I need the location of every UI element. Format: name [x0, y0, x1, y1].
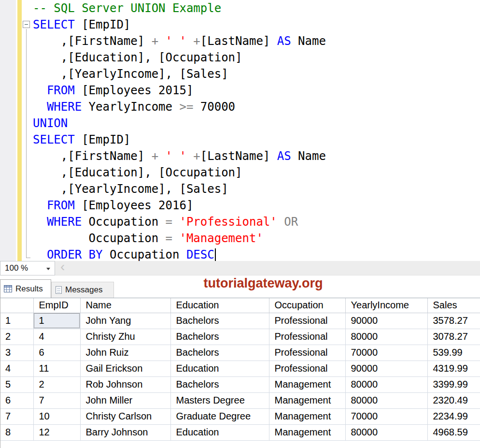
- column-header-EmpID[interactable]: EmpID: [33, 298, 80, 313]
- grid-cell[interactable]: 2: [33, 376, 80, 392]
- row-number[interactable]: 3: [0, 345, 33, 361]
- code-line[interactable]: WHERE YearlyIncome >= 70000: [33, 99, 326, 115]
- grid-cell[interactable]: Gail Erickson: [80, 361, 170, 376]
- sql-editor[interactable]: -- SQL Server UNION ExampleSELECT [EmpID…: [0, 0, 480, 261]
- code-line[interactable]: ORDER BY Occupation DESC: [33, 246, 326, 261]
- grid-cell[interactable]: 4319.99: [427, 361, 480, 376]
- grid-cell[interactable]: 10: [33, 408, 80, 424]
- grid-cell[interactable]: 3399.99: [427, 376, 480, 392]
- code-line[interactable]: WHERE Occupation = 'Professional' OR: [33, 214, 326, 230]
- grid-cell[interactable]: 11: [33, 361, 80, 376]
- results-grid[interactable]: EmpIDNameEducationOccupationYearlyIncome…: [0, 298, 480, 448]
- code-token: [33, 215, 47, 229]
- code-line[interactable]: Occupation = 'Management': [33, 230, 326, 246]
- messages-doc-icon: [56, 286, 62, 294]
- grid-cell[interactable]: 70000: [345, 408, 427, 424]
- code-text[interactable]: -- SQL Server UNION ExampleSELECT [EmpID…: [33, 0, 326, 261]
- tab-messages[interactable]: Messages: [51, 282, 114, 298]
- grid-cell[interactable]: Management: [269, 392, 345, 408]
- grid-cell[interactable]: Management: [269, 424, 345, 440]
- tab-results[interactable]: Results: [0, 279, 51, 298]
- grid-cell[interactable]: Barry Johnson: [80, 424, 170, 440]
- code-line[interactable]: ,[FirstName] + ' ' +[LastName] AS Name: [33, 148, 326, 164]
- grid-cell[interactable]: 90000: [345, 361, 427, 376]
- code-line[interactable]: ,[YearlyIncome], [Sales]: [33, 66, 326, 82]
- grid-cell[interactable]: Bachelors: [170, 345, 269, 361]
- grid-cell[interactable]: 3578.27: [427, 313, 480, 329]
- column-header-Sales[interactable]: Sales: [427, 298, 480, 313]
- grid-cell[interactable]: Christy Carlson: [80, 408, 170, 424]
- code-token: [33, 100, 47, 114]
- grid-cell[interactable]: Christy Zhu: [80, 329, 170, 345]
- code-line[interactable]: ,[FirstName] + ' ' +[LastName] AS Name: [33, 33, 326, 49]
- grid-cell[interactable]: Bachelors: [170, 313, 269, 329]
- grid-cell[interactable]: 6: [33, 345, 80, 361]
- grid-cell[interactable]: Professional: [269, 329, 345, 345]
- grid-cell[interactable]: 80000: [345, 424, 427, 440]
- watermark-text: tutorialgateway.org: [203, 276, 323, 291]
- row-number[interactable]: 2: [0, 329, 33, 345]
- grid-cell[interactable]: Professional: [269, 313, 345, 329]
- code-token: [172, 215, 179, 229]
- grid-cell[interactable]: Education: [170, 361, 269, 376]
- column-header-Name[interactable]: Name: [80, 298, 170, 313]
- row-number[interactable]: 8: [0, 424, 33, 440]
- grid-cell[interactable]: 2234.99: [427, 408, 480, 424]
- grid-cell[interactable]: 3078.27: [427, 329, 480, 345]
- code-line[interactable]: ,[YearlyIncome], [Sales]: [33, 181, 326, 197]
- grid-cell[interactable]: 2320.49: [427, 392, 480, 408]
- row-number[interactable]: 1: [0, 313, 33, 329]
- code-line[interactable]: SELECT [EmpID]: [33, 131, 326, 148]
- selected-grid-cell[interactable]: 1: [33, 313, 80, 329]
- code-token: UNION: [33, 116, 68, 130]
- grid-cell[interactable]: John Miller: [80, 392, 170, 408]
- row-number[interactable]: 4: [0, 361, 33, 376]
- grid-cell[interactable]: Rob Johnson: [80, 376, 170, 392]
- corner-header[interactable]: [0, 298, 33, 313]
- grid-cell[interactable]: 4968.59: [427, 424, 480, 440]
- grid-cell[interactable]: Bachelors: [170, 376, 269, 392]
- column-header-Occupation[interactable]: Occupation: [269, 298, 345, 313]
- zoom-level-select[interactable]: 100 %: [0, 261, 55, 275]
- code-line[interactable]: UNION: [33, 115, 326, 131]
- code-line[interactable]: FROM [Employees 2015]: [33, 82, 326, 99]
- code-line[interactable]: ,[Education], [Occupation]: [33, 49, 326, 66]
- grid-cell[interactable]: 7: [33, 392, 80, 408]
- horizontal-scrollbar[interactable]: ‹: [56, 261, 480, 275]
- grid-cell[interactable]: Management: [269, 376, 345, 392]
- column-header-YearlyIncome[interactable]: YearlyIncome: [345, 298, 427, 313]
- collapse-region-icon[interactable]: [23, 21, 30, 28]
- code-token: AS: [277, 34, 291, 48]
- code-line[interactable]: -- SQL Server UNION Example: [33, 0, 326, 16]
- code-token: [Employees 2016]: [75, 199, 194, 212]
- grid-cell[interactable]: 90000: [345, 313, 427, 329]
- row-number[interactable]: 7: [0, 408, 33, 424]
- code-token: [158, 149, 165, 163]
- grid-cell[interactable]: Management: [269, 408, 345, 424]
- grid-cell[interactable]: Professional: [269, 345, 345, 361]
- code-token: Name: [291, 149, 326, 163]
- code-token: DESC: [186, 248, 214, 261]
- grid-cell[interactable]: 80000: [345, 329, 427, 345]
- scroll-left-arrow-icon[interactable]: ‹: [60, 260, 65, 274]
- row-number[interactable]: 6: [0, 392, 33, 408]
- code-line[interactable]: ,[Education], [Occupation]: [33, 164, 326, 181]
- column-header-Education[interactable]: Education: [170, 298, 269, 313]
- code-line[interactable]: SELECT [EmpID]: [33, 16, 326, 33]
- code-line[interactable]: FROM [Employees 2016]: [33, 197, 326, 214]
- grid-cell[interactable]: 80000: [345, 392, 427, 408]
- grid-cell[interactable]: 80000: [345, 376, 427, 392]
- grid-cell[interactable]: 70000: [345, 345, 427, 361]
- grid-cell[interactable]: Education: [170, 424, 269, 440]
- grid-cell[interactable]: 539.99: [427, 345, 480, 361]
- grid-cell[interactable]: Bachelors: [170, 329, 269, 345]
- row-number[interactable]: 5: [0, 376, 33, 392]
- grid-cell[interactable]: John Yang: [80, 313, 170, 329]
- grid-cell[interactable]: 4: [33, 329, 80, 345]
- code-token: ,[YearlyIncome], [Sales]: [33, 182, 228, 196]
- grid-cell[interactable]: 12: [33, 424, 80, 440]
- grid-cell[interactable]: Professional: [269, 361, 345, 376]
- grid-cell[interactable]: Masters Degree: [170, 392, 269, 408]
- grid-cell[interactable]: John Ruiz: [80, 345, 170, 361]
- grid-cell[interactable]: Graduate Degree: [170, 408, 269, 424]
